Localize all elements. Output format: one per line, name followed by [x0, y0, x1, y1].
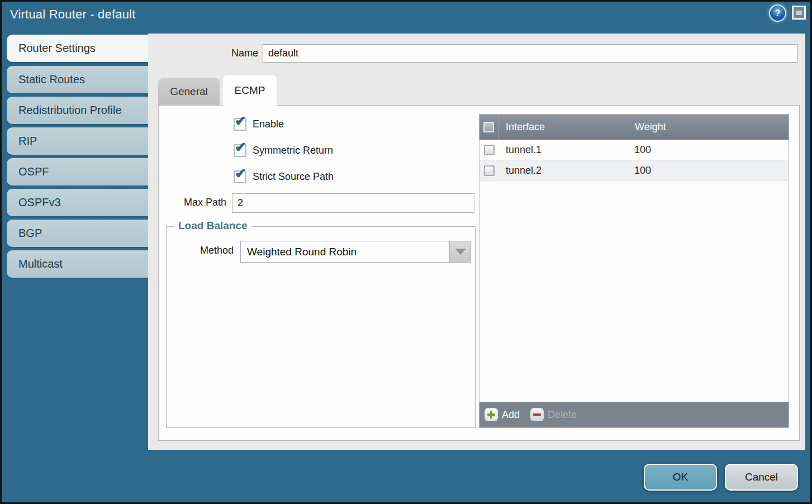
method-value: Weighted Round Robin [241, 246, 449, 258]
delete-button[interactable]: Delete [531, 408, 577, 421]
column-header-interface: Interface [498, 121, 629, 133]
strict-source-path-row: ✔ Strict Source Path [234, 169, 334, 184]
strict-source-path-label: Strict Source Path [253, 171, 334, 183]
max-path-label: Max Path [159, 197, 226, 208]
minus-icon [531, 408, 543, 421]
sidebar-item-bgp[interactable]: BGP [7, 220, 148, 247]
sidebar-item-router-settings[interactable]: Router Settings [7, 35, 148, 62]
dialog-title: Virtual Router - default [10, 7, 136, 22]
delete-label: Delete [548, 409, 577, 421]
name-label: Name [229, 47, 258, 59]
sidebar-item-rip[interactable]: RIP [7, 127, 148, 155]
tab-general[interactable]: General [158, 78, 220, 105]
max-path-input[interactable] [232, 193, 474, 213]
sidebar-item-ospf[interactable]: OSPF [7, 158, 148, 186]
ecmp-tab-panel: ✔ Enable ✔ Symmetric Return ✔ Strict Sou… [158, 105, 800, 441]
virtual-router-dialog: Virtual Router - default ? Router Settin… [0, 0, 812, 504]
cell-weight: 100 [629, 165, 789, 177]
restore-window-icon[interactable] [792, 6, 806, 20]
name-input[interactable] [263, 44, 798, 63]
load-balance-group: Load Balance Method Weighted Round Robin [166, 226, 476, 428]
table-row[interactable]: tunnel.2 100 [479, 160, 789, 181]
row-checkbox[interactable] [484, 145, 495, 155]
sidebar-item-multicast[interactable]: Multicast [7, 250, 148, 278]
help-icon[interactable]: ? [770, 6, 785, 21]
plus-icon [485, 408, 497, 421]
enable-checkbox[interactable]: ✔ [234, 118, 246, 131]
content-area: Name General ECMP ✔ Enable ✔ Symmetric R… [148, 34, 805, 450]
cancel-button[interactable]: Cancel [725, 464, 798, 491]
chevron-down-icon[interactable] [449, 241, 471, 262]
cell-weight: 100 [629, 144, 789, 156]
method-label: Method [167, 245, 234, 256]
tab-ecmp[interactable]: ECMP [223, 75, 277, 106]
method-dropdown[interactable]: Weighted Round Robin [240, 241, 471, 263]
row-checkbox[interactable] [484, 165, 495, 176]
cell-interface: tunnel.2 [498, 165, 629, 177]
cell-interface: tunnel.1 [498, 144, 629, 156]
symmetric-return-checkbox[interactable]: ✔ [234, 144, 246, 157]
table-row[interactable]: tunnel.1 100 [479, 140, 789, 160]
checkmark-icon: ✔ [235, 167, 246, 180]
table-header: Interface Weight [479, 115, 789, 140]
symmetric-return-row: ✔ Symmetric Return [234, 143, 333, 158]
ok-button[interactable]: OK [644, 464, 717, 491]
add-label: Add [502, 409, 520, 421]
strict-source-path-checkbox[interactable]: ✔ [234, 170, 246, 183]
symmetric-return-label: Symmetric Return [253, 145, 333, 156]
interface-table: Interface Weight tunnel.1 100 tunnel.2 1… [479, 114, 789, 428]
add-button[interactable]: Add [485, 408, 520, 421]
column-header-weight: Weight [629, 121, 789, 133]
enable-label: Enable [253, 118, 284, 130]
sidebar-item-redistribution-profile[interactable]: Redistribution Profile [7, 97, 148, 124]
sidebar-item-static-routes[interactable]: Static Routes [7, 66, 148, 93]
enable-row: ✔ Enable [234, 117, 284, 131]
load-balance-legend: Load Balance [174, 220, 251, 232]
sidebar-item-ospfv3[interactable]: OSPFv3 [7, 189, 148, 216]
table-toolbar: Add Delete [479, 402, 789, 427]
help-glyph: ? [775, 8, 781, 18]
checkmark-icon: ✔ [235, 140, 246, 154]
select-all-checkbox[interactable] [483, 122, 494, 132]
table-empty-area [479, 181, 789, 402]
checkmark-icon: ✔ [235, 114, 246, 128]
